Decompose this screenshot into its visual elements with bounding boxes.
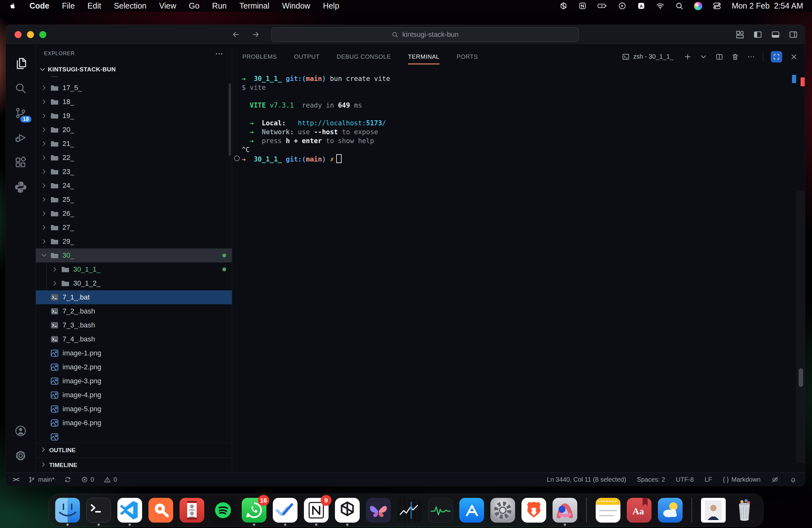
tree-item-image-3.png[interactable]: image-3.png: [36, 374, 232, 388]
tree-item-30_1_1_[interactable]: 30_1_1_: [36, 262, 232, 276]
panel-right-icon[interactable]: [788, 30, 798, 39]
tree-item-18_[interactable]: 18_: [36, 95, 232, 109]
tree-item-30_[interactable]: 30_: [36, 248, 232, 262]
dock-ms-todo[interactable]: [273, 498, 298, 523]
activity-explorer[interactable]: [6, 51, 35, 76]
statusbar-right-markdown[interactable]: { }Markdown: [723, 476, 760, 483]
statusbar-right-ln[interactable]: Ln 3440, Col 11 (8 selected): [547, 476, 626, 483]
dock-pulse-app[interactable]: [428, 498, 453, 523]
dock-trash[interactable]: [732, 498, 757, 523]
panel-tab-terminal[interactable]: TERMINAL: [408, 45, 439, 69]
activity-run-and-debug[interactable]: [6, 125, 35, 150]
tree-item-image-2.png[interactable]: image-2.png: [36, 360, 232, 374]
statusbar-left-remote[interactable]: ><: [13, 476, 19, 483]
menu-go[interactable]: Go: [189, 1, 200, 11]
tree-item-25_[interactable]: 25_: [36, 192, 232, 206]
dock-notes[interactable]: [596, 498, 620, 523]
statusbar-left-0[interactable]: 0: [81, 476, 94, 483]
statusbar-right-utf-8[interactable]: UTF-8: [676, 476, 694, 483]
activity-extensions[interactable]: [6, 150, 35, 175]
ellipsis-button[interactable]: [747, 53, 755, 61]
minimize-window-button[interactable]: [27, 31, 34, 38]
sidebar-section-timeline[interactable]: TIMELINE: [36, 458, 232, 472]
terminal-scrollbar-thumb[interactable]: [799, 368, 803, 387]
workspace-root-header[interactable]: KINTSUGI-STACK-BUN: [36, 62, 232, 76]
panel-tab-output[interactable]: OUTPUT: [294, 45, 320, 69]
apple-logo-icon[interactable]: [9, 2, 17, 10]
activity-source-control[interactable]: 18: [6, 101, 35, 125]
statusbar-left-sync[interactable]: [64, 476, 71, 483]
tree-item-partial[interactable]: [36, 430, 232, 443]
statusbar-right-bell[interactable]: [789, 476, 797, 483]
dock-system-settings[interactable]: [490, 498, 515, 523]
dock-notion[interactable]: 9: [304, 498, 329, 523]
add-button[interactable]: [683, 53, 692, 61]
dock-chatgpt[interactable]: [335, 498, 360, 523]
panel-tab-debug-console[interactable]: DEBUG CONSOLE: [336, 45, 391, 69]
tree-item-24_[interactable]: 24_: [36, 179, 232, 192]
tree-item-17_5_[interactable]: 17_5_: [36, 81, 232, 95]
activity-python[interactable]: [6, 175, 35, 200]
dock-app-store[interactable]: [459, 498, 484, 523]
forward-arrow-icon[interactable]: [251, 30, 260, 39]
statusbar-right-copilot-off[interactable]: [771, 476, 779, 483]
statusbar-right-spaces[interactable]: Spaces: 2: [637, 476, 665, 483]
dock-postman[interactable]: [148, 498, 173, 523]
dock-brave[interactable]: [521, 498, 546, 523]
menu-window[interactable]: Window: [282, 1, 310, 11]
tree-item-7_3_.bash[interactable]: 7_3_.bash: [36, 318, 232, 332]
menu-run[interactable]: Run: [212, 1, 227, 11]
panel-bottom-icon[interactable]: [771, 30, 780, 39]
sidebar-scrollbar[interactable]: [229, 84, 231, 156]
activity-search[interactable]: [6, 76, 35, 101]
tree-item-26_[interactable]: 26_: [36, 206, 232, 220]
zoom-window-button[interactable]: [39, 31, 46, 38]
tree-item-22_[interactable]: 22_: [36, 151, 232, 165]
tree-item-partial[interactable]: [36, 76, 232, 81]
wifi-icon[interactable]: [656, 2, 665, 10]
menubar-clock[interactable]: Mon 2 Feb 2:54 AM: [732, 1, 803, 11]
dock-dictionary[interactable]: Aa: [627, 498, 652, 523]
control-center-icon[interactable]: [713, 2, 721, 10]
statusbar-right-lf[interactable]: LF: [705, 476, 712, 483]
play-circle-icon[interactable]: [618, 2, 626, 10]
notion-icon[interactable]: [578, 2, 587, 10]
dock-arc[interactable]: [553, 498, 577, 523]
menu-app-name[interactable]: Code: [29, 1, 49, 11]
menu-help[interactable]: Help: [323, 1, 339, 11]
chatgpt-icon[interactable]: [559, 2, 568, 10]
dock-stocks[interactable]: [397, 498, 422, 523]
terminal-tab[interactable]: zsh - 30_1_1_: [622, 53, 673, 61]
tree-item-29_[interactable]: 29_: [36, 234, 232, 248]
terminal-output[interactable]: → 30_1_1_ git:(main) bun create vite$ vi…: [232, 69, 805, 472]
back-arrow-icon[interactable]: [232, 30, 241, 39]
tree-item-20_[interactable]: 20_: [36, 123, 232, 137]
chevron-down-button[interactable]: [699, 53, 708, 61]
panel-left-icon[interactable]: [753, 30, 763, 39]
siri-icon[interactable]: [694, 2, 702, 10]
menu-terminal[interactable]: Terminal: [240, 1, 269, 11]
tree-item-7_4_.bash[interactable]: 7_4_.bash: [36, 332, 232, 346]
statusbar-left-main*[interactable]: main*: [28, 476, 54, 483]
menu-view[interactable]: View: [159, 1, 176, 11]
tree-item-image-5.png[interactable]: image-5.png: [36, 402, 232, 416]
sidebar-section-outline[interactable]: OUTLINE: [36, 443, 232, 458]
tree-item-image-1.png[interactable]: image-1.png: [36, 346, 232, 360]
dock-photo-booth[interactable]: [179, 498, 204, 523]
tree-item-19_[interactable]: 19_: [36, 109, 232, 123]
terminal-scrollbar-track[interactable]: [796, 191, 805, 463]
dock-vscode[interactable]: [117, 498, 142, 523]
menu-edit[interactable]: Edit: [88, 1, 101, 11]
spotlight-icon[interactable]: [675, 2, 683, 10]
tree-item-7_2_.bash[interactable]: 7_2_.bash: [36, 304, 232, 318]
dock-spotify[interactable]: [211, 498, 235, 523]
activity-accounts[interactable]: [6, 418, 35, 443]
tree-item-30_1_2_[interactable]: 30_1_2_: [36, 276, 232, 290]
dock-terminal[interactable]: [86, 498, 111, 523]
menu-selection[interactable]: Selection: [114, 1, 147, 11]
dock-weather[interactable]: [658, 498, 683, 523]
menu-file[interactable]: File: [62, 1, 75, 11]
command-decoration-circle[interactable]: [234, 156, 240, 161]
tree-item-image-6.png[interactable]: image-6.png: [36, 416, 232, 430]
dock-portrait-document[interactable]: [701, 498, 726, 523]
